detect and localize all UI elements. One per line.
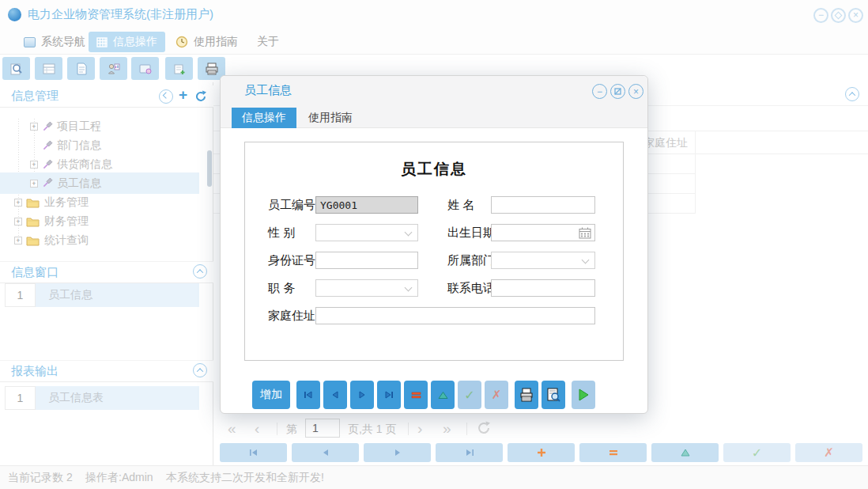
document-icon [74,62,89,76]
folder-icon [26,216,40,227]
browse-list-button[interactable] [35,57,62,80]
print-preview-button[interactable] [542,381,565,409]
cancel-button[interactable] [485,381,508,409]
prev-record-icon [330,391,340,399]
collapse-up-button[interactable] [193,363,207,377]
emp-no-field[interactable] [315,196,418,214]
sidebar-scrollbar[interactable] [207,150,212,187]
new-form-button[interactable] [165,57,193,80]
main-collapse-button[interactable] [845,87,859,101]
prev-record-button[interactable] [323,381,347,409]
tree-item-business[interactable]: 业务管理 [0,193,199,212]
search-button[interactable] [2,57,30,80]
close-button[interactable]: × [848,8,863,23]
collapse-left-button[interactable] [159,89,173,104]
divider [277,423,277,435]
birth-date-field[interactable] [491,224,595,241]
new-form-icon [172,62,187,76]
dialog-header: 员工信息 − × 信息操作 使用指南 [221,76,647,128]
user-report-button[interactable] [100,57,127,80]
report-output-row[interactable]: 1 员工信息表 [0,386,213,410]
dept-label: 所属部门 [447,252,495,269]
sidebar: 信息管理 项目工程 部门信息 供货商信息 员工信息 业务管理 财务管理 统计查询 [0,82,213,465]
chevron-down-icon [405,284,413,292]
expand-icon[interactable] [14,199,22,207]
cancel-icon [824,445,834,460]
record-first-button[interactable] [220,443,287,462]
record-prev-button[interactable] [292,443,359,462]
first-page-button[interactable] [228,419,236,438]
last-record-button[interactable] [377,381,401,409]
record-next-button[interactable] [364,443,431,462]
prev-record-icon [321,449,330,457]
expand-icon[interactable] [14,237,22,244]
job-label: 职 务 [268,279,295,297]
expand-icon[interactable] [30,161,38,169]
dialog-tab-info-ops[interactable]: 信息操作 [232,108,296,128]
tool-icon [42,159,53,170]
tree-item-statistics[interactable]: 统计查询 [0,231,199,250]
add-button[interactable]: 增加 [252,381,290,409]
tree-item-supplier[interactable]: 供货商信息 [0,155,199,174]
name-field[interactable] [491,196,595,214]
dialog-tab-guide[interactable]: 使用指南 [298,108,363,128]
record-delete-button[interactable] [579,443,647,462]
page-suffix: 页,共 1 页 [348,419,396,438]
maximize-button[interactable] [831,8,846,23]
birth-label: 出生日期 [447,224,495,241]
phone-label: 联系电话 [447,279,495,297]
tool-icon [42,121,53,132]
menu-item-system-nav[interactable]: 系统导航 [16,32,93,52]
expand-icon[interactable] [30,123,38,131]
tree-item-project[interactable]: 项目工程 [0,117,199,136]
next-page-button[interactable] [417,419,422,438]
menu-item-info-ops[interactable]: 信息操作 [89,32,165,52]
tool-icon [42,140,53,151]
menu-item-guide[interactable]: 使用指南 [168,32,246,52]
dialog-minimize-button[interactable]: − [592,84,607,99]
record-cancel-button[interactable] [795,443,862,462]
id-card-field[interactable] [315,252,418,269]
add-node-button[interactable] [179,88,187,102]
confirm-button[interactable] [458,381,481,409]
delete-record-button[interactable] [404,381,428,409]
last-page-button[interactable] [443,419,451,438]
menu-item-about[interactable]: 关于 [249,32,287,52]
phone-field[interactable] [491,279,595,297]
minimize-button[interactable]: − [813,8,828,23]
edit-record-button[interactable] [431,381,455,409]
info-window-row[interactable]: 1 员工信息 [0,283,213,307]
dept-select[interactable] [491,252,595,269]
document-button[interactable] [67,57,95,80]
next-record-button[interactable] [350,381,374,409]
tree-item-employee[interactable]: 员工信息 [0,172,199,194]
first-record-button[interactable] [296,381,320,409]
grid-column-line [695,131,696,214]
address-field[interactable] [315,307,595,324]
redo-button[interactable] [194,89,208,104]
chevron-down-icon [582,256,590,264]
record-count-text: 当前记录数 2 [8,471,73,485]
record-add-button[interactable] [508,443,575,462]
tree-item-department[interactable]: 部门信息 [0,136,199,155]
job-select[interactable] [315,279,418,297]
page-input[interactable] [305,419,340,438]
expand-icon[interactable] [30,180,38,188]
expand-icon[interactable] [14,218,22,226]
record-edit-button[interactable] [651,443,719,462]
print-button[interactable] [515,381,538,409]
collapse-up-button[interactable] [193,264,207,279]
tree-item-finance[interactable]: 财务管理 [0,212,199,231]
dialog-maximize-button[interactable] [610,84,625,99]
gender-select[interactable] [315,224,418,241]
divider [466,423,467,435]
refresh-button[interactable] [476,420,492,436]
run-report-button[interactable] [572,381,595,409]
dialog-close-button[interactable]: × [628,84,643,99]
calendar-icon[interactable] [579,227,591,239]
prev-page-button[interactable] [255,419,259,438]
window-preview-button[interactable] [131,57,159,80]
record-last-button[interactable] [436,443,503,462]
record-confirm-button[interactable] [723,443,791,462]
id-card-label: 身份证号 [268,252,315,269]
